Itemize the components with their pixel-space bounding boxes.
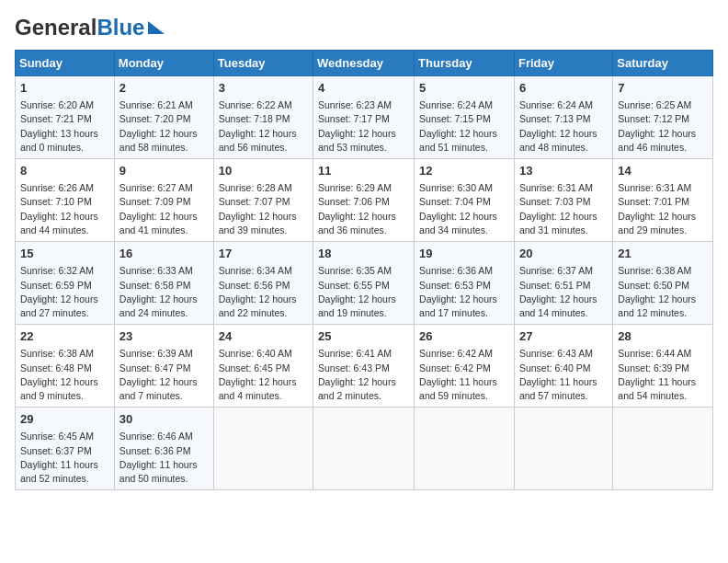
day-info: Sunrise: 6:41 AM Sunset: 6:43 PM Dayligh… bbox=[318, 347, 409, 403]
day-cell: 18Sunrise: 6:35 AM Sunset: 6:55 PM Dayli… bbox=[313, 242, 415, 325]
day-number: 6 bbox=[519, 80, 608, 97]
day-number: 27 bbox=[519, 328, 608, 345]
day-info: Sunrise: 6:27 AM Sunset: 7:09 PM Dayligh… bbox=[119, 181, 209, 237]
day-info: Sunrise: 6:26 AM Sunset: 7:10 PM Dayligh… bbox=[20, 181, 109, 237]
day-info: Sunrise: 6:46 AM Sunset: 6:36 PM Dayligh… bbox=[119, 430, 209, 486]
day-cell: 16Sunrise: 6:33 AM Sunset: 6:58 PM Dayli… bbox=[114, 242, 213, 325]
week-row-2: 8Sunrise: 6:26 AM Sunset: 7:10 PM Daylig… bbox=[16, 159, 713, 242]
col-header-saturday: Saturday bbox=[613, 51, 713, 76]
day-info: Sunrise: 6:23 AM Sunset: 7:17 PM Dayligh… bbox=[318, 98, 409, 155]
day-info: Sunrise: 6:22 AM Sunset: 7:18 PM Dayligh… bbox=[219, 98, 308, 155]
week-row-3: 15Sunrise: 6:32 AM Sunset: 6:59 PM Dayli… bbox=[16, 242, 713, 325]
day-info: Sunrise: 6:38 AM Sunset: 6:50 PM Dayligh… bbox=[618, 264, 708, 320]
day-number: 3 bbox=[219, 80, 308, 97]
day-info: Sunrise: 6:20 AM Sunset: 7:21 PM Dayligh… bbox=[20, 98, 109, 155]
day-cell: 23Sunrise: 6:39 AM Sunset: 6:47 PM Dayli… bbox=[114, 325, 213, 408]
col-header-thursday: Thursday bbox=[415, 51, 515, 76]
day-cell: 15Sunrise: 6:32 AM Sunset: 6:59 PM Dayli… bbox=[16, 242, 115, 325]
day-number: 2 bbox=[119, 80, 209, 97]
day-number: 13 bbox=[519, 163, 608, 179]
day-number: 25 bbox=[318, 328, 409, 345]
day-number: 1 bbox=[20, 80, 109, 97]
col-header-sunday: Sunday bbox=[16, 51, 115, 76]
day-cell bbox=[514, 408, 612, 490]
day-number: 17 bbox=[219, 246, 308, 262]
day-info: Sunrise: 6:21 AM Sunset: 7:20 PM Dayligh… bbox=[119, 98, 209, 155]
day-number: 20 bbox=[519, 246, 608, 262]
day-info: Sunrise: 6:29 AM Sunset: 7:06 PM Dayligh… bbox=[318, 181, 409, 237]
day-cell: 6Sunrise: 6:24 AM Sunset: 7:13 PM Daylig… bbox=[514, 76, 612, 159]
day-info: Sunrise: 6:31 AM Sunset: 7:03 PM Dayligh… bbox=[519, 181, 608, 237]
day-cell: 9Sunrise: 6:27 AM Sunset: 7:09 PM Daylig… bbox=[114, 159, 213, 242]
day-cell: 3Sunrise: 6:22 AM Sunset: 7:18 PM Daylig… bbox=[213, 76, 313, 159]
day-number: 26 bbox=[419, 328, 509, 345]
col-header-tuesday: Tuesday bbox=[213, 51, 313, 76]
day-cell: 20Sunrise: 6:37 AM Sunset: 6:51 PM Dayli… bbox=[514, 242, 612, 325]
day-info: Sunrise: 6:33 AM Sunset: 6:58 PM Dayligh… bbox=[119, 264, 209, 320]
day-info: Sunrise: 6:25 AM Sunset: 7:12 PM Dayligh… bbox=[618, 98, 708, 155]
week-row-5: 29Sunrise: 6:45 AM Sunset: 6:37 PM Dayli… bbox=[16, 408, 713, 490]
day-number: 21 bbox=[618, 246, 708, 262]
day-number: 9 bbox=[119, 163, 209, 179]
logo: GeneralBlue bbox=[15, 15, 165, 40]
day-cell: 21Sunrise: 6:38 AM Sunset: 6:50 PM Dayli… bbox=[613, 242, 713, 325]
day-number: 16 bbox=[119, 246, 209, 262]
week-row-4: 22Sunrise: 6:38 AM Sunset: 6:48 PM Dayli… bbox=[16, 325, 713, 408]
day-cell: 28Sunrise: 6:44 AM Sunset: 6:39 PM Dayli… bbox=[613, 325, 713, 408]
day-number: 15 bbox=[20, 246, 109, 262]
day-info: Sunrise: 6:42 AM Sunset: 6:42 PM Dayligh… bbox=[419, 347, 509, 403]
day-cell bbox=[415, 408, 515, 490]
day-info: Sunrise: 6:38 AM Sunset: 6:48 PM Dayligh… bbox=[20, 347, 109, 403]
day-number: 14 bbox=[618, 163, 708, 179]
logo-text: GeneralBlue bbox=[15, 15, 144, 40]
day-cell: 27Sunrise: 6:43 AM Sunset: 6:40 PM Dayli… bbox=[514, 325, 612, 408]
day-cell: 11Sunrise: 6:29 AM Sunset: 7:06 PM Dayli… bbox=[313, 159, 415, 242]
day-cell: 8Sunrise: 6:26 AM Sunset: 7:10 PM Daylig… bbox=[16, 159, 115, 242]
day-number: 4 bbox=[318, 80, 409, 97]
day-cell: 22Sunrise: 6:38 AM Sunset: 6:48 PM Dayli… bbox=[16, 325, 115, 408]
day-number: 24 bbox=[219, 328, 308, 345]
day-info: Sunrise: 6:39 AM Sunset: 6:47 PM Dayligh… bbox=[119, 347, 209, 403]
day-number: 29 bbox=[20, 411, 109, 428]
day-number: 30 bbox=[119, 411, 209, 428]
day-cell: 26Sunrise: 6:42 AM Sunset: 6:42 PM Dayli… bbox=[415, 325, 515, 408]
day-number: 18 bbox=[318, 246, 409, 262]
day-number: 23 bbox=[119, 328, 209, 345]
day-cell: 29Sunrise: 6:45 AM Sunset: 6:37 PM Dayli… bbox=[16, 408, 115, 490]
day-info: Sunrise: 6:32 AM Sunset: 6:59 PM Dayligh… bbox=[20, 264, 109, 320]
day-cell bbox=[213, 408, 313, 490]
day-cell: 12Sunrise: 6:30 AM Sunset: 7:04 PM Dayli… bbox=[415, 159, 515, 242]
day-cell: 14Sunrise: 6:31 AM Sunset: 7:01 PM Dayli… bbox=[613, 159, 713, 242]
column-headers: SundayMondayTuesdayWednesdayThursdayFrid… bbox=[16, 51, 713, 76]
day-info: Sunrise: 6:40 AM Sunset: 6:45 PM Dayligh… bbox=[219, 347, 308, 403]
day-cell: 24Sunrise: 6:40 AM Sunset: 6:45 PM Dayli… bbox=[213, 325, 313, 408]
day-cell: 13Sunrise: 6:31 AM Sunset: 7:03 PM Dayli… bbox=[514, 159, 612, 242]
logo-arrow-shape bbox=[148, 21, 165, 34]
page-header: GeneralBlue bbox=[15, 15, 713, 40]
day-info: Sunrise: 6:45 AM Sunset: 6:37 PM Dayligh… bbox=[20, 430, 109, 486]
day-cell: 1Sunrise: 6:20 AM Sunset: 7:21 PM Daylig… bbox=[16, 76, 115, 159]
day-info: Sunrise: 6:35 AM Sunset: 6:55 PM Dayligh… bbox=[318, 264, 409, 320]
day-cell: 7Sunrise: 6:25 AM Sunset: 7:12 PM Daylig… bbox=[613, 76, 713, 159]
day-cell: 2Sunrise: 6:21 AM Sunset: 7:20 PM Daylig… bbox=[114, 76, 213, 159]
day-number: 19 bbox=[419, 246, 509, 262]
day-cell: 19Sunrise: 6:36 AM Sunset: 6:53 PM Dayli… bbox=[415, 242, 515, 325]
calendar-body: 1Sunrise: 6:20 AM Sunset: 7:21 PM Daylig… bbox=[16, 76, 713, 490]
day-cell bbox=[613, 408, 713, 490]
day-cell: 17Sunrise: 6:34 AM Sunset: 6:56 PM Dayli… bbox=[213, 242, 313, 325]
day-info: Sunrise: 6:34 AM Sunset: 6:56 PM Dayligh… bbox=[219, 264, 308, 320]
calendar-table: SundayMondayTuesdayWednesdayThursdayFrid… bbox=[15, 50, 713, 490]
col-header-wednesday: Wednesday bbox=[313, 51, 415, 76]
day-info: Sunrise: 6:31 AM Sunset: 7:01 PM Dayligh… bbox=[618, 181, 708, 237]
day-cell: 4Sunrise: 6:23 AM Sunset: 7:17 PM Daylig… bbox=[313, 76, 415, 159]
day-info: Sunrise: 6:37 AM Sunset: 6:51 PM Dayligh… bbox=[519, 264, 608, 320]
day-info: Sunrise: 6:36 AM Sunset: 6:53 PM Dayligh… bbox=[419, 264, 509, 320]
logo-icon: GeneralBlue bbox=[15, 15, 165, 40]
day-cell: 25Sunrise: 6:41 AM Sunset: 6:43 PM Dayli… bbox=[313, 325, 415, 408]
day-info: Sunrise: 6:30 AM Sunset: 7:04 PM Dayligh… bbox=[419, 181, 509, 237]
day-cell: 10Sunrise: 6:28 AM Sunset: 7:07 PM Dayli… bbox=[213, 159, 313, 242]
day-info: Sunrise: 6:24 AM Sunset: 7:15 PM Dayligh… bbox=[419, 98, 509, 155]
day-number: 5 bbox=[419, 80, 509, 97]
day-info: Sunrise: 6:43 AM Sunset: 6:40 PM Dayligh… bbox=[519, 347, 608, 403]
day-number: 12 bbox=[419, 163, 509, 179]
